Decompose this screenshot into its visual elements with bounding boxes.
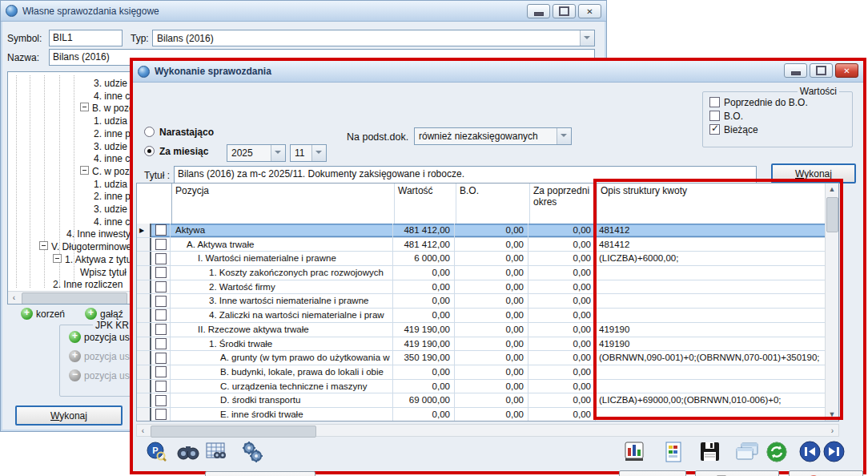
- col-pozycja[interactable]: Pozycja: [172, 184, 395, 224]
- row-selector[interactable]: [137, 337, 151, 351]
- col-opis[interactable]: Opis struktury kwoty: [597, 184, 826, 224]
- col-wartosc[interactable]: Wartość: [395, 184, 456, 224]
- symbol-field[interactable]: BIL1: [49, 30, 123, 46]
- table-row[interactable]: 2. Wartość firmy 0,00 0,00 0,00: [137, 280, 826, 295]
- row-checkbox[interactable]: [151, 266, 171, 280]
- scroll-left-icon[interactable]: ‹: [137, 425, 149, 436]
- tree-expand-icon[interactable]: [39, 241, 48, 250]
- row-selector[interactable]: [137, 365, 151, 379]
- tree-node[interactable]: Wpisz tytuł: [80, 266, 127, 279]
- table-row[interactable]: C. urządzenia techniczne i maszyny 0,00 …: [137, 380, 826, 394]
- tree-node[interactable]: 4. inne c: [94, 152, 130, 165]
- preview-zoom-icon[interactable]: P: [146, 441, 167, 462]
- scroll-down-icon[interactable]: ▼: [826, 409, 838, 421]
- table-row[interactable]: 3. Inne wartości niematerialne i prawne …: [137, 294, 826, 309]
- row-checkbox[interactable]: [151, 393, 171, 407]
- row-selector[interactable]: [137, 280, 151, 294]
- minimize-icon[interactable]: [784, 63, 807, 78]
- row-selector[interactable]: [137, 393, 151, 407]
- table-row[interactable]: D. środki transportu 69 000,00 0,00 0,00…: [137, 393, 826, 408]
- hscroll-thumb[interactable]: [151, 426, 316, 438]
- checkbox-icon[interactable]: [709, 111, 720, 121]
- table-row[interactable]: B. budynki, lokale, prawa do lokali i ob…: [137, 365, 826, 380]
- col-okres[interactable]: Za poprzedni okres: [530, 184, 597, 224]
- row-checkbox[interactable]: [151, 380, 171, 393]
- zapisz-button[interactable]: Zapisz: [619, 470, 686, 476]
- tree-node[interactable]: 4. Inne inwestyc: [66, 228, 135, 240]
- typ-dropdown[interactable]: Bilans (2016): [152, 30, 595, 46]
- row-checkbox[interactable]: [151, 323, 171, 337]
- row-selector[interactable]: [137, 294, 151, 308]
- jpk-position-button[interactable]: pozycja us: [69, 369, 130, 381]
- save-floppy-icon[interactable]: [699, 441, 720, 462]
- zestawienie-button[interactable]: Zestawienie obr. i sald: [205, 471, 315, 476]
- tree-node[interactable]: V. Długoterminowe r: [39, 240, 138, 253]
- period-radio[interactable]: Narastająco: [144, 127, 214, 138]
- wroc-button[interactable]: Wróć: [789, 470, 863, 476]
- row-selector[interactable]: [137, 224, 151, 237]
- row-selector[interactable]: [137, 380, 151, 393]
- checkbox-icon[interactable]: [709, 97, 720, 107]
- add-branch-button[interactable]: gałąź: [85, 308, 123, 320]
- row-selector[interactable]: [137, 351, 151, 365]
- title-field[interactable]: Bilans (2016) za m-c 2025/11. Dokumenty …: [174, 166, 757, 184]
- report-document-icon[interactable]: [664, 441, 685, 462]
- col-bo[interactable]: B.O.: [456, 184, 530, 224]
- row-selector[interactable]: [137, 309, 151, 322]
- chevron-down-icon[interactable]: [580, 30, 594, 46]
- row-selector[interactable]: [137, 238, 151, 252]
- maximize-icon[interactable]: [553, 4, 576, 18]
- year-dropdown[interactable]: 2025: [227, 144, 286, 162]
- row-checkbox[interactable]: [151, 408, 171, 422]
- tree-node[interactable]: 2. Inne rozliczen: [53, 278, 123, 291]
- radio-icon[interactable]: [144, 146, 155, 156]
- tree-node[interactable]: 1. udzia: [94, 115, 127, 127]
- tree-node[interactable]: 1. Aktywa z tytu: [53, 253, 131, 266]
- tree-node[interactable]: 2. inne p: [94, 127, 131, 140]
- table-row[interactable]: Aktywa 481 412,00 0,00 0,00 481412: [137, 224, 826, 238]
- value-option[interactable]: Poprzednie do B.O.: [709, 97, 852, 108]
- table-row[interactable]: II. Rzeczowe aktywa trwałe 419 190,00 0,…: [137, 323, 826, 337]
- table-row[interactable]: E. inne środki trwałe 0,00 0,00 0,00: [137, 408, 826, 422]
- bg-wykonaj-button[interactable]: Wykonaj: [15, 405, 123, 426]
- table-vertical-scrollbar[interactable]: ▲ ▼: [825, 184, 838, 421]
- table-row[interactable]: 1. Środki trwałe 419 190,00 0,00 0,00 41…: [137, 337, 826, 352]
- value-option[interactable]: Bieżące: [709, 124, 852, 135]
- first-record-icon[interactable]: [799, 441, 820, 462]
- scroll-right-icon[interactable]: ›: [826, 425, 838, 436]
- value-option[interactable]: B.O.: [709, 111, 852, 122]
- row-checkbox[interactable]: [151, 238, 171, 252]
- scroll-up-icon[interactable]: ▲: [826, 184, 838, 196]
- row-checkbox[interactable]: [151, 337, 171, 351]
- row-checkbox[interactable]: [151, 252, 171, 265]
- checkbox-icon[interactable]: [709, 124, 720, 135]
- row-selector[interactable]: [137, 252, 151, 265]
- drukuj-button[interactable]: Drukuj: [695, 470, 779, 476]
- tree-scroll-thumb[interactable]: [22, 292, 127, 305]
- chevron-down-icon[interactable]: [557, 128, 571, 144]
- row-selector[interactable]: [137, 408, 151, 422]
- row-selector[interactable]: [137, 323, 151, 337]
- tree-expand-icon[interactable]: [80, 103, 89, 111]
- jpk-position-button[interactable]: pozycja us: [69, 331, 130, 343]
- minimize-icon[interactable]: [527, 4, 550, 18]
- tree-expand-icon[interactable]: [80, 166, 89, 175]
- radio-icon[interactable]: [144, 127, 155, 137]
- row-checkbox[interactable]: [151, 309, 171, 322]
- dlg-wykonaj-button[interactable]: Wykonaj: [771, 163, 856, 184]
- maximize-icon[interactable]: [810, 63, 833, 78]
- tree-node[interactable]: 3. udzie: [94, 140, 127, 153]
- tree-node[interactable]: 4. inne c: [94, 216, 130, 228]
- period-radio[interactable]: Za miesiąc: [144, 146, 208, 157]
- vscroll-thumb[interactable]: [826, 197, 838, 232]
- tree-node[interactable]: 4. inne c: [94, 90, 130, 103]
- tree-node[interactable]: 3. udzie: [94, 203, 127, 216]
- search-in-table-icon[interactable]: [206, 441, 227, 462]
- table-horizontal-scrollbar[interactable]: ‹ ›: [136, 424, 839, 437]
- row-checkbox[interactable]: [151, 224, 171, 237]
- tree-expand-icon[interactable]: [53, 254, 62, 263]
- chevron-down-icon[interactable]: [311, 145, 326, 161]
- month-dropdown[interactable]: 11: [290, 144, 327, 162]
- jpk-position-button[interactable]: pozycja us: [69, 350, 130, 362]
- scroll-left-icon[interactable]: ‹: [8, 292, 20, 304]
